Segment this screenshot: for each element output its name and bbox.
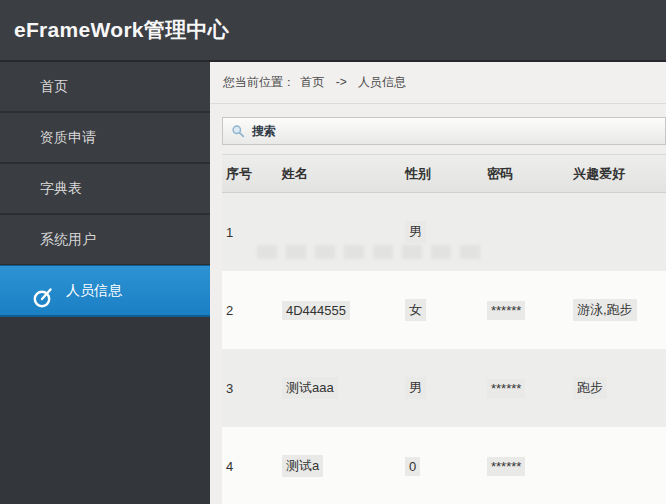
cell-gender: 男 [401,377,483,399]
sidebar-item-label: 字典表 [40,180,82,196]
cell-gender: 男 [401,221,483,243]
cell-hobby: 游泳,跑步 [569,299,666,321]
app-title: eFrameWork管理中心 [0,0,666,59]
sidebar-item-label: 资质申请 [40,129,96,145]
cell-no: 3 [222,381,278,396]
table-row[interactable]: 3 测试aaa 男 ****** 跑步 [222,349,666,427]
cell-name: 4D444555 [278,301,401,320]
cell-hobby [569,224,666,240]
sidebar: 首页 资质申请 字典表 系统用户 人员信息 [0,62,210,504]
main-content: 您当前位置： 首页 -> 人员信息 搜索 序号 姓名 性别 密码 兴趣爱好 1 … [210,62,666,504]
table-header-row: 序号 姓名 性别 密码 兴趣爱好 [222,154,666,193]
cell-gender: 女 [401,299,483,321]
cell-password [483,224,569,240]
cell-password: ****** [483,301,569,320]
cell-no: 4 [222,459,278,474]
column-header-no: 序号 [222,165,278,183]
sidebar-item-dictionary[interactable]: 字典表 [0,164,210,215]
column-header-name: 姓名 [278,165,401,183]
sidebar-item-qualification-apply[interactable]: 资质申请 [0,113,210,164]
sidebar-item-label: 人员信息 [66,282,122,298]
cell-hobby: 跑步 [569,377,666,399]
breadcrumb: 您当前位置： 首页 -> 人员信息 [210,62,666,104]
cell-name: 测试a [278,455,401,477]
column-header-gender: 性别 [401,165,483,183]
watermark-artifact [257,245,482,259]
breadcrumb-link-home[interactable]: 首页 [300,75,324,89]
table-row[interactable]: 1 男 [222,193,666,271]
column-header-password: 密码 [483,165,569,183]
personnel-table: 序号 姓名 性别 密码 兴趣爱好 1 男 2 4D444555 女 ******… [222,154,666,504]
breadcrumb-separator: -> [336,75,347,89]
breadcrumb-current-page: 人员信息 [358,75,406,89]
table-row[interactable]: 2 4D444555 女 ****** 游泳,跑步 [222,271,666,349]
cell-no: 1 [222,225,278,240]
column-header-hobby: 兴趣爱好 [569,165,666,183]
cell-name: 测试aaa [278,377,401,399]
sidebar-item-personnel-info[interactable]: 人员信息 [0,265,210,317]
cell-password: ****** [483,457,569,476]
cell-hobby [569,458,666,474]
sidebar-item-system-users[interactable]: 系统用户 [0,215,210,266]
breadcrumb-prefix: 您当前位置： [223,75,295,89]
cell-password: ****** [483,379,569,398]
search-label: 搜索 [252,123,276,140]
gauge-icon [31,280,53,302]
sidebar-item-label: 系统用户 [40,231,96,247]
table-row[interactable]: 4 测试a 0 ****** [222,427,666,504]
magnifier-icon [231,124,245,138]
search-toggle-bar[interactable]: 搜索 [222,117,666,145]
cell-name [278,224,401,240]
cell-no: 2 [222,303,278,318]
sidebar-item-home[interactable]: 首页 [0,62,210,113]
app-header: eFrameWork管理中心 [0,0,666,62]
cell-gender: 0 [401,457,483,476]
sidebar-item-label: 首页 [40,78,68,94]
